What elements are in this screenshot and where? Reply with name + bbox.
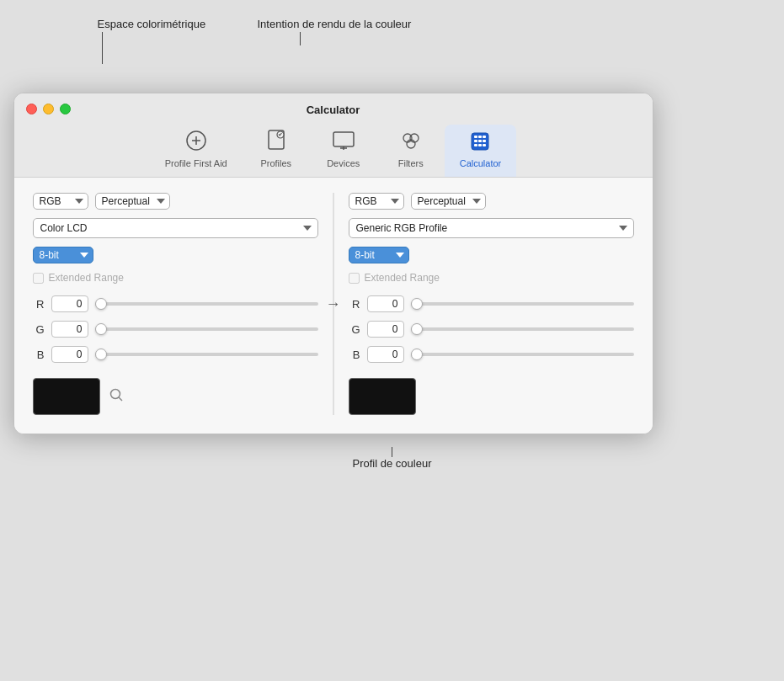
toolbar-label-filters: Filters — [398, 158, 424, 168]
left-extended-range-label: Extended Range — [49, 272, 124, 284]
right-r-value[interactable] — [367, 295, 404, 312]
left-rendering-intent-select[interactable]: Perceptual Relative Saturation Absolute — [95, 193, 170, 210]
svg-rect-14 — [483, 136, 486, 138]
left-search-button[interactable] — [109, 387, 124, 406]
annotation-colorspace-label: Espace colorimétrique — [98, 17, 206, 32]
arrow-indicator: → — [326, 295, 341, 313]
left-profile-select[interactable]: Color LCD — [33, 218, 318, 238]
left-g-track[interactable] — [95, 327, 318, 331]
right-extended-range-label: Extended Range — [365, 272, 440, 284]
right-g-value[interactable] — [367, 321, 404, 338]
right-b-value[interactable] — [367, 346, 404, 363]
right-r-label: R — [349, 298, 360, 311]
profile-first-aid-icon — [185, 130, 207, 155]
left-bitdepth-row: 8-bit 16-bit 32-bit — [33, 247, 318, 263]
filters-icon — [400, 130, 422, 155]
left-g-value[interactable] — [51, 321, 88, 338]
right-profile-row: Generic RGB Profile — [349, 218, 634, 238]
annotations-top: Espace colorimétrique Intention de rendu… — [72, 17, 712, 93]
toolbar-item-profiles[interactable]: Profiles — [243, 123, 310, 177]
right-g-label: G — [349, 323, 360, 336]
left-g-slider-row: G — [33, 321, 318, 338]
left-colorspace-select[interactable]: RGB CMYK Gray — [33, 193, 88, 210]
calculator-icon — [470, 131, 490, 155]
annotation-rendering: Intention de rendu de la couleur — [258, 17, 412, 45]
right-b-label: B — [349, 348, 360, 361]
left-b-slider-row: B — [33, 346, 318, 363]
outer-wrapper: Espace colorimétrique Intention de rendu… — [13, 17, 771, 476]
left-g-label: G — [33, 323, 45, 336]
right-b-slider-row: B — [349, 346, 634, 363]
right-bottom-row — [349, 378, 634, 415]
right-bitdepth-row: 8-bit 16-bit 32-bit — [349, 247, 634, 263]
annotation-colorspace: Espace colorimétrique — [98, 17, 206, 64]
annotation-profile-label: Profil de couleur — [353, 457, 432, 470]
left-r-thumb[interactable] — [95, 298, 107, 310]
left-r-track[interactable] — [95, 302, 318, 306]
left-b-label: B — [33, 348, 45, 361]
app-window: Calculator Profile First Aid — [13, 93, 653, 434]
svg-rect-19 — [478, 144, 482, 146]
left-b-track[interactable] — [95, 353, 318, 356]
svg-rect-12 — [474, 136, 477, 138]
left-extended-range-checkbox[interactable] — [33, 273, 44, 284]
right-g-thumb[interactable] — [411, 323, 423, 335]
right-r-slider-row: R — [349, 295, 634, 312]
titlebar-center: Calculator Profile First Aid — [26, 102, 641, 177]
right-r-thumb[interactable] — [411, 298, 423, 310]
right-extended-range-row: Extended Range — [349, 272, 634, 284]
right-colorspace-select[interactable]: RGB CMYK Gray — [349, 193, 404, 210]
svg-rect-20 — [483, 144, 486, 146]
toolbar-label-calculator: Calculator — [460, 158, 502, 168]
right-g-slider-row: G — [349, 321, 634, 338]
left-extended-range-row: Extended Range — [33, 272, 318, 284]
left-bottom-row — [33, 378, 318, 415]
right-b-thumb[interactable] — [411, 348, 423, 360]
svg-rect-13 — [478, 136, 482, 138]
left-color-swatch — [33, 378, 100, 415]
annotation-rendering-line — [300, 32, 301, 45]
main-content: RGB CMYK Gray Perceptual Relative Satura… — [14, 178, 653, 434]
right-color-swatch — [349, 378, 416, 415]
window-title: Calculator — [307, 102, 360, 123]
svg-rect-17 — [483, 140, 486, 142]
toolbar-label-profiles: Profiles — [260, 158, 291, 168]
toolbar-item-calculator[interactable]: Calculator — [445, 125, 517, 177]
left-b-thumb[interactable] — [95, 348, 107, 360]
svg-rect-18 — [474, 144, 477, 146]
left-r-slider-row: R — [33, 295, 318, 312]
right-row1: RGB CMYK Gray Perceptual Relative Satura… — [349, 193, 634, 210]
toolbar-label-profile-first-aid: Profile First Aid — [165, 158, 227, 168]
left-b-value[interactable] — [51, 346, 88, 363]
left-profile-row: Color LCD — [33, 218, 318, 238]
toolbar: Profile First Aid Profiles — [150, 123, 517, 177]
svg-point-21 — [110, 390, 120, 399]
annotation-profile-line — [392, 447, 392, 457]
devices-icon — [332, 131, 355, 155]
toolbar-item-devices[interactable]: Devices — [310, 125, 377, 177]
left-bitdepth-select[interactable]: 8-bit 16-bit 32-bit — [33, 247, 93, 263]
right-g-track[interactable] — [411, 327, 634, 331]
left-r-value[interactable] — [51, 295, 88, 312]
right-b-track[interactable] — [411, 353, 634, 356]
svg-rect-15 — [474, 140, 477, 142]
toolbar-item-filters[interactable]: Filters — [377, 123, 445, 177]
left-r-label: R — [33, 298, 45, 311]
right-profile-select[interactable]: Generic RGB Profile — [349, 218, 634, 238]
titlebar: Calculator Profile First Aid — [14, 93, 653, 178]
svg-rect-16 — [478, 140, 482, 142]
right-r-track[interactable] — [411, 302, 634, 306]
right-rendering-intent-select[interactable]: Perceptual Relative Saturation Absolute — [411, 193, 486, 210]
left-row1: RGB CMYK Gray Perceptual Relative Satura… — [33, 193, 318, 210]
toolbar-item-profile-first-aid[interactable]: Profile First Aid — [150, 123, 243, 177]
svg-line-22 — [119, 397, 122, 401]
right-column: RGB CMYK Gray Perceptual Relative Satura… — [333, 193, 634, 415]
annotation-bottom: Profil de couleur — [72, 434, 712, 476]
annotation-colorspace-line — [102, 32, 103, 64]
left-g-thumb[interactable] — [95, 323, 107, 335]
left-column: RGB CMYK Gray Perceptual Relative Satura… — [33, 193, 333, 415]
svg-rect-5 — [333, 132, 354, 146]
annotation-rendering-label: Intention de rendu de la couleur — [258, 17, 412, 32]
right-extended-range-checkbox[interactable] — [349, 273, 360, 284]
right-bitdepth-select[interactable]: 8-bit 16-bit 32-bit — [349, 247, 409, 263]
